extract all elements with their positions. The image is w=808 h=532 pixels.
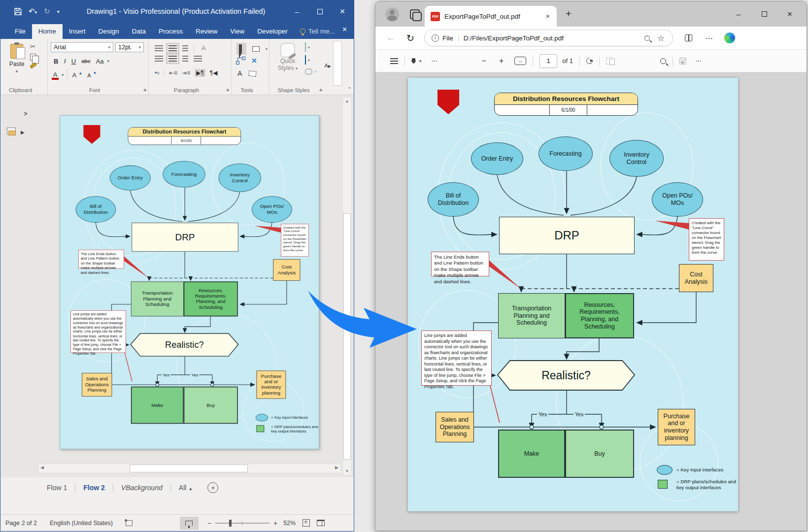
pdf-content-area[interactable]: Distribution Resources Flowchart 6/1/00 … — [375, 72, 807, 531]
page-view-icon[interactable] — [606, 57, 613, 65]
page-tab-vbackground[interactable]: VBackground — [113, 481, 170, 495]
edge-minimize-button[interactable]: – — [726, 10, 751, 18]
cut-icon[interactable]: ✂ — [30, 43, 36, 50]
align-center-icon[interactable] — [168, 56, 177, 62]
align-top-icon[interactable] — [155, 45, 163, 51]
back-icon[interactable]: ← — [386, 33, 396, 43]
grow-font-button[interactable]: A▲ — [70, 70, 83, 80]
pdf-search-icon[interactable] — [660, 58, 666, 64]
paragraph-dialog-launcher[interactable]: ▶ — [226, 88, 231, 93]
pdf-zoom-out-icon[interactable]: − — [482, 57, 486, 66]
fit-page-icon[interactable] — [303, 519, 310, 527]
pdf-more-tools-icon[interactable]: ⋯ — [432, 57, 438, 65]
case-dropdown-icon[interactable]: ▾ — [107, 59, 110, 64]
collapse-ribbon-icon[interactable]: ⌃ — [347, 86, 352, 93]
favorites-star-icon[interactable]: ☆ — [658, 33, 665, 43]
tab-design[interactable]: Design — [92, 24, 126, 39]
pointer-tool-icon[interactable] — [236, 43, 246, 55]
workspaces-icon[interactable] — [410, 9, 420, 19]
settings-more-icon[interactable]: ⋯ — [705, 33, 713, 43]
font-dialog-launcher[interactable]: ▶ — [143, 88, 148, 93]
bullets-icon[interactable]: •≡ — [155, 69, 160, 76]
quick-styles-button[interactable]: Quick Styles ▾ — [273, 43, 302, 71]
add-page-button[interactable]: + — [207, 482, 218, 493]
shrink-font-button[interactable]: A▼ — [85, 70, 97, 79]
new-tab-button[interactable]: + — [566, 8, 572, 20]
ribbon-overflow-icon[interactable]: A▶ — [325, 63, 332, 68]
text-direction-rtl-icon[interactable]: ¶◀ — [210, 69, 218, 76]
scroll-up-icon[interactable]: ▲ — [343, 99, 351, 103]
effects-button[interactable]: ▾ — [305, 68, 316, 75]
font-color-dropdown-icon[interactable]: ▾ — [62, 72, 64, 77]
address-bar[interactable]: i File D:/Files/ExportPageToPdf_out.pdf … — [424, 30, 673, 46]
tab-developer[interactable]: Developer — [251, 24, 294, 39]
shape-styles-dialog-launcher[interactable]: ▶ — [319, 88, 324, 93]
font-color-button[interactable]: A — [52, 70, 59, 80]
pdf-more-icon[interactable]: ⋯ — [695, 57, 702, 65]
zoom-level[interactable]: 52% — [283, 520, 296, 527]
scroll-down-icon[interactable]: ▼ — [343, 469, 351, 473]
paste-button[interactable]: Paste▾ — [5, 43, 28, 86]
tab-home[interactable]: Home — [32, 24, 63, 39]
maximize-button[interactable] — [308, 0, 331, 22]
align-right-icon[interactable] — [182, 56, 188, 62]
align-bottom-icon[interactable] — [182, 45, 188, 51]
copilot-icon[interactable] — [724, 33, 735, 43]
text-rotate-icon[interactable]: A — [200, 43, 208, 53]
tell-me-box[interactable]: Tell me... — [294, 24, 341, 39]
rectangle-tool-icon[interactable] — [252, 46, 260, 52]
close-button[interactable]: × — [331, 0, 354, 22]
pdf-zoom-in-icon[interactable]: + — [499, 57, 504, 66]
page-info-icon[interactable]: i — [432, 34, 439, 42]
increase-indent-icon[interactable]: ⇥≡ — [182, 69, 190, 76]
tab-process[interactable]: Process — [152, 24, 189, 39]
shapes-pane-expand-icon[interactable]: > — [24, 110, 28, 117]
status-language[interactable]: English (United States) — [50, 520, 113, 527]
align-middle-icon[interactable] — [168, 45, 177, 51]
address-url[interactable]: D:/Files/ExportPageToPdf_out.pdf — [464, 34, 564, 42]
edge-maximize-button[interactable] — [751, 10, 777, 18]
align-left-icon[interactable] — [155, 56, 163, 62]
font-size-select[interactable]: 12pt.▾ — [115, 42, 144, 52]
undo-icon[interactable]: ↶▾ — [29, 7, 37, 16]
stencil-expand-icon[interactable]: ▶ — [21, 130, 25, 135]
justify-icon[interactable] — [194, 56, 202, 62]
refresh-icon[interactable]: ↻ — [406, 33, 414, 44]
redo-icon[interactable]: ↻ — [44, 7, 50, 16]
scroll-left-icon[interactable]: ◀ — [40, 465, 44, 470]
rectangle-dropdown-icon[interactable]: ▾ — [266, 47, 268, 51]
pdf-save-icon[interactable] — [679, 58, 686, 65]
save-icon[interactable] — [14, 8, 22, 15]
fill-color-button[interactable]: ▾ — [305, 43, 316, 52]
minimize-button[interactable]: – — [286, 0, 308, 22]
presentation-mode-icon[interactable] — [180, 517, 199, 530]
line-color-button[interactable]: ▾ — [305, 56, 316, 65]
page-tab-flow1[interactable]: Flow 1 — [39, 481, 75, 495]
font-name-select[interactable]: Arial▾ — [51, 42, 113, 52]
horizontal-scroll-thumb[interactable] — [130, 465, 248, 472]
connection-point-icon[interactable]: ✕ — [251, 57, 257, 65]
change-case-button[interactable]: Aa — [94, 57, 106, 66]
tab-view[interactable]: View — [224, 24, 251, 39]
strikethrough-button[interactable]: abc — [79, 57, 93, 65]
edge-active-tab[interactable]: PDF ExportPageToPdf_out.pdf × — [425, 6, 557, 27]
tab-insert[interactable]: Insert — [63, 24, 92, 39]
copy-icon[interactable] — [30, 54, 36, 61]
qat-customize-icon[interactable]: ▾ — [57, 9, 60, 14]
bold-button[interactable]: B — [52, 57, 60, 66]
split-screen-icon[interactable] — [685, 34, 692, 41]
page-tab-flow2[interactable]: Flow 2 — [75, 481, 113, 495]
tab-review[interactable]: Review — [189, 24, 224, 39]
stencil-icon[interactable] — [7, 128, 16, 134]
annotate-pen-icon[interactable] — [411, 58, 416, 64]
document-close-icon[interactable]: × — [342, 25, 347, 34]
zoom-in-icon[interactable]: + — [273, 519, 277, 527]
page-tab-all[interactable]: All ▲ — [171, 481, 201, 495]
zoom-out-page-icon[interactable] — [644, 35, 650, 41]
fit-to-width-icon[interactable]: ↔ — [514, 57, 526, 65]
table-of-contents-icon[interactable] — [390, 58, 398, 64]
format-painter-icon[interactable] — [30, 63, 36, 68]
edge-close-button[interactable]: × — [777, 9, 803, 19]
underline-button[interactable]: U — [69, 57, 78, 66]
decrease-indent-icon[interactable]: ⇤≡ — [169, 69, 177, 76]
